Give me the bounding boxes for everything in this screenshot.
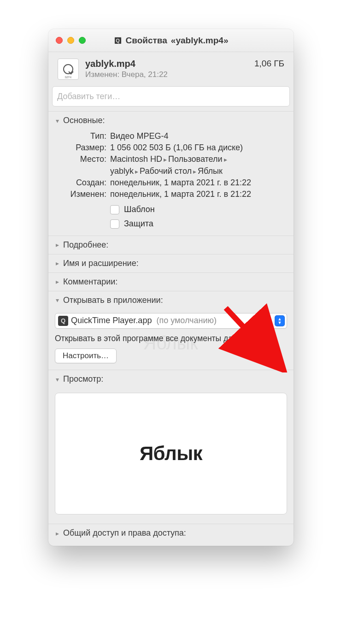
open-with-app: QuickTime Player.app (71, 316, 152, 325)
type-label: Тип: (57, 130, 106, 142)
modified-value: понедельник, 1 марта 2021 г. в 21:22 (110, 189, 285, 200)
chevron-down-icon (54, 376, 60, 383)
title-filename: «yablyk.mp4» (171, 35, 229, 46)
section-name-ext: Имя и расширение: (48, 254, 294, 272)
chevron-down-icon (54, 296, 60, 304)
file-thumbnail: MP4 (58, 59, 79, 80)
size-value: 1 056 002 503 Б (1,06 ГБ на диске) (110, 142, 285, 154)
section-more: Подробнее: (48, 236, 294, 254)
thumb-ext: MP4 (58, 76, 78, 79)
type-value: Видео MPEG-4 (110, 130, 285, 142)
close-icon[interactable] (56, 37, 63, 44)
minimize-icon[interactable] (67, 37, 74, 44)
section-sharing: Общий доступ и права доступа: (48, 524, 294, 542)
locked-label: Защита (124, 218, 153, 230)
section-open-with-header[interactable]: Открывать в приложении: (48, 291, 294, 309)
section-comments-header[interactable]: Комментарии: (48, 273, 294, 291)
section-more-title: Подробнее: (63, 240, 108, 250)
file-type-icon (114, 36, 122, 45)
preview-content-text: Яблык (140, 443, 202, 465)
titlebar: Свойства «yablyk.mp4» (48, 29, 294, 52)
path-sep-icon: ▸ (162, 156, 168, 163)
tags-placeholder: Добавить теги… (57, 92, 120, 101)
get-info-window: Свойства «yablyk.mp4» MP4 yablyk.mp4 Изм… (48, 29, 294, 546)
path-sep-icon: ▸ (192, 168, 198, 175)
modified-label: Изменен: (57, 189, 106, 200)
quicktime-app-icon: Q (58, 316, 68, 326)
section-preview-title: Просмотр: (63, 374, 103, 384)
created-label: Создан: (57, 177, 106, 189)
path-sep-icon: ▸ (223, 156, 229, 163)
template-label: Шаблон (124, 204, 155, 215)
chevron-right-icon (54, 260, 60, 267)
file-meta: yablyk.mp4 Изменен: Вчера, 21:22 (85, 59, 254, 79)
size-label: Размер: (57, 142, 106, 154)
section-general: Основные: Тип:Видео MPEG-4 Размер:1 056 … (48, 111, 294, 236)
change-all-button[interactable]: Настроить… (55, 349, 117, 363)
preview-thumbnail: Яблык (55, 393, 287, 514)
chevron-right-icon (54, 241, 60, 248)
file-size: 1,06 ГБ (254, 59, 284, 69)
section-preview-header[interactable]: Просмотр: (48, 370, 294, 388)
open-with-help-text: Открывать в этой программе все документы… (55, 333, 287, 344)
where-value: Macintosh HD▸Пользователи▸ (110, 154, 285, 165)
locked-checkbox[interactable] (110, 219, 119, 229)
where-value-cont: yablyk▸Рабочий стол▸Яблык (57, 165, 285, 177)
traffic-lights (56, 37, 86, 44)
section-name-ext-title: Имя и расширение: (63, 259, 139, 268)
chevron-down-icon (54, 117, 60, 124)
dropdown-stepper-icon: ▲▼ (275, 315, 285, 326)
section-open-with: Открывать в приложении: Q QuickTime Play… (48, 291, 294, 370)
quicktime-icon (63, 64, 73, 74)
section-open-with-title: Открывать в приложении: (63, 295, 163, 305)
open-with-dropdown[interactable]: Q QuickTime Player.app (по умолчанию) ▲▼ (55, 313, 287, 329)
section-general-header[interactable]: Основные: (48, 112, 294, 130)
chevron-right-icon (54, 530, 60, 537)
section-sharing-header[interactable]: Общий доступ и права доступа: (48, 524, 294, 542)
section-sharing-title: Общий доступ и права доступа: (63, 528, 186, 538)
chevron-right-icon (54, 278, 60, 285)
section-name-ext-header[interactable]: Имя и расширение: (48, 254, 294, 272)
section-comments-title: Комментарии: (63, 277, 118, 287)
section-open-with-body: Q QuickTime Player.app (по умолчанию) ▲▼… (48, 309, 294, 370)
zoom-icon[interactable] (79, 37, 86, 44)
section-general-body: Тип:Видео MPEG-4 Размер:1 056 002 503 Б … (48, 130, 294, 236)
section-more-header[interactable]: Подробнее: (48, 236, 294, 254)
title-prefix: Свойства (126, 35, 167, 46)
where-label: Место: (57, 154, 106, 165)
section-preview: Просмотр: Яблык (48, 370, 294, 524)
section-comments: Комментарии: (48, 272, 294, 291)
path-sep-icon: ▸ (134, 168, 140, 175)
file-name: yablyk.mp4 (85, 59, 254, 69)
open-with-default: (по умолчанию) (156, 316, 217, 325)
file-header: MP4 yablyk.mp4 Изменен: Вчера, 21:22 1,0… (48, 52, 294, 84)
tags-input[interactable]: Добавить теги… (52, 86, 290, 106)
created-value: понедельник, 1 марта 2021 г. в 21:22 (110, 177, 285, 189)
template-checkbox[interactable] (110, 205, 119, 214)
section-general-title: Основные: (63, 116, 105, 125)
file-modified-short: Изменен: Вчера, 21:22 (85, 70, 254, 79)
